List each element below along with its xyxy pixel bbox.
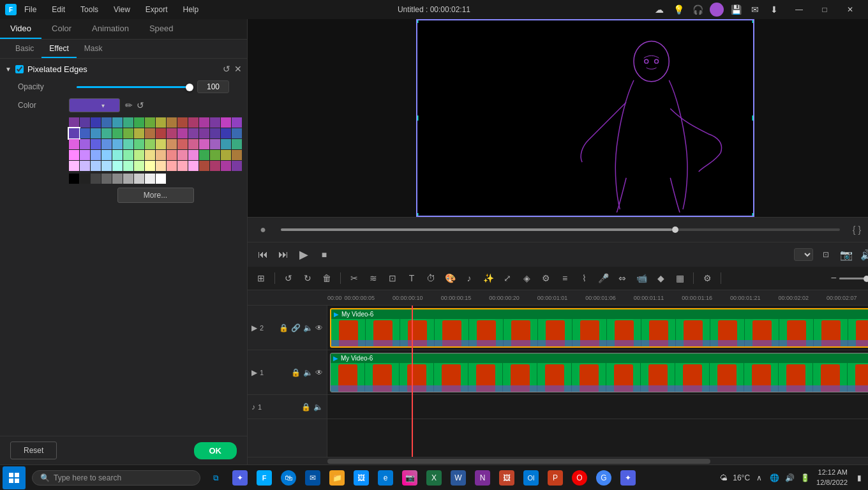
blend-icon[interactable]: ◈	[518, 270, 535, 286]
taskbar-app-copilot2[interactable]: ✦	[617, 466, 640, 489]
save-icon[interactable]: 💾	[729, 3, 743, 17]
crop-icon[interactable]: ⊡	[384, 270, 401, 286]
palette-cell[interactable]	[156, 128, 166, 138]
taskbar-app-onenote[interactable]: N	[471, 466, 494, 489]
palette-cell[interactable]	[221, 161, 231, 171]
palette-cell[interactable]	[210, 128, 220, 138]
palette-cell[interactable]	[123, 150, 133, 160]
gray-cell[interactable]	[156, 174, 166, 184]
track-link-icon[interactable]: 🔗	[291, 323, 301, 332]
palette-cell[interactable]	[112, 161, 123, 171]
menu-file[interactable]: File	[22, 4, 39, 15]
palette-cell[interactable]	[188, 139, 198, 149]
palette-cell[interactable]	[91, 117, 101, 128]
taskbar-app-store[interactable]: 🛍	[277, 466, 300, 489]
play-button[interactable]: ▶	[296, 247, 311, 262]
palette-cell[interactable]	[188, 117, 198, 128]
download-icon[interactable]: ⬇	[767, 3, 781, 17]
video-clip-v1[interactable]: ▶ My Video-6	[330, 353, 868, 392]
tab-video[interactable]: Video	[0, 19, 41, 39]
tab-basic[interactable]: Basic	[8, 40, 41, 58]
track-mute-icon[interactable]: 🔈	[313, 403, 323, 412]
palette-cell[interactable]	[101, 139, 112, 149]
track-lock-icon[interactable]: 🔒	[279, 323, 288, 332]
track-eye-icon[interactable]: 👁	[315, 323, 323, 332]
effect-icon[interactable]: ✨	[480, 270, 497, 286]
cloud-icon[interactable]: ☁	[652, 3, 666, 17]
start-button[interactable]	[3, 466, 26, 489]
palette-cell[interactable]	[167, 139, 177, 149]
palette-cell[interactable]	[221, 150, 231, 160]
palette-cell[interactable]	[145, 139, 155, 149]
palette-cell[interactable]	[232, 128, 242, 138]
opacity-value[interactable]	[197, 80, 229, 93]
tab-speed[interactable]: Speed	[139, 19, 184, 39]
menu-help[interactable]: Help	[181, 4, 202, 15]
gray-cell[interactable]	[69, 174, 79, 184]
search-box[interactable]: 🔍 Type here to search	[32, 470, 200, 486]
opacity-slider[interactable]	[77, 86, 190, 88]
menu-tools[interactable]: Tools	[78, 4, 101, 15]
taskbar-app-photo2[interactable]: 🖼	[495, 466, 518, 489]
tab-color[interactable]: Color	[41, 19, 82, 39]
volume-icon[interactable]: 🔊	[859, 247, 868, 262]
taskbar-app-explorer[interactable]: 📁	[326, 466, 348, 489]
snapshot-icon[interactable]: 📷	[839, 247, 854, 262]
taskbar-app-photos[interactable]: 🖼	[350, 466, 373, 489]
timer-icon[interactable]: ⏱	[423, 270, 439, 286]
palette-cell[interactable]	[167, 161, 177, 171]
gray-cell[interactable]	[91, 174, 101, 184]
palette-cell[interactable]	[134, 139, 144, 149]
light-icon[interactable]: 💡	[671, 3, 685, 17]
palette-cell[interactable]	[221, 117, 231, 128]
taskbar-app-filmora[interactable]: F	[253, 466, 276, 489]
palette-cell[interactable]	[101, 150, 112, 160]
palette-cell[interactable]	[221, 128, 231, 138]
palette-cell-selected[interactable]	[69, 128, 79, 138]
mail-icon[interactable]: ✉	[748, 3, 762, 17]
palette-cell[interactable]	[80, 117, 90, 128]
color-wheel-icon[interactable]: 🎨	[442, 270, 458, 286]
reset-button[interactable]: Reset	[10, 442, 57, 459]
taskbar-app-edge[interactable]: e	[374, 466, 397, 489]
gray-cell[interactable]	[80, 174, 90, 184]
palette-cell[interactable]	[188, 150, 198, 160]
palette-cell[interactable]	[232, 139, 242, 149]
palette-cell[interactable]	[167, 128, 177, 138]
palette-cell[interactable]	[177, 150, 188, 160]
ok-button[interactable]: OK	[194, 442, 237, 459]
palette-cell[interactable]	[80, 161, 90, 171]
scroll-thumb[interactable]	[327, 459, 710, 464]
taskbar-app-opera[interactable]: O	[568, 466, 591, 489]
palette-cell[interactable]	[134, 117, 144, 128]
audio-adj-icon[interactable]: ≡	[557, 270, 573, 286]
adjust-icon[interactable]: ⚙	[537, 270, 554, 286]
palette-cell[interactable]	[123, 128, 133, 138]
palette-cell[interactable]	[80, 139, 90, 149]
split-icon[interactable]: ⇔	[614, 270, 631, 286]
delete-icon[interactable]: 🗑	[318, 270, 335, 286]
palette-cell[interactable]	[69, 161, 79, 171]
palette-cell[interactable]	[91, 139, 101, 149]
palette-cell[interactable]	[91, 150, 101, 160]
palette-cell[interactable]	[188, 128, 198, 138]
palette-cell[interactable]	[177, 117, 188, 128]
gray-cell[interactable]	[134, 174, 144, 184]
palette-cell[interactable]	[167, 150, 177, 160]
palette-cell[interactable]	[101, 117, 112, 128]
taskbar-app-pp[interactable]: P	[544, 466, 567, 489]
palette-cell[interactable]	[199, 117, 209, 128]
tab-effect[interactable]: Effect	[41, 40, 76, 58]
menu-export[interactable]: Export	[143, 4, 170, 15]
taskbar-app-word[interactable]: W	[447, 466, 470, 489]
palette-cell[interactable]	[80, 150, 90, 160]
palette-cell[interactable]	[91, 128, 101, 138]
gray-cell[interactable]	[112, 174, 123, 184]
minimize-button[interactable]: —	[786, 0, 812, 19]
gray-cell[interactable]	[123, 174, 133, 184]
palette-cell[interactable]	[188, 161, 198, 171]
palette-cell[interactable]	[145, 161, 155, 171]
palette-cell[interactable]	[112, 117, 123, 128]
more-colors-button[interactable]: More...	[117, 188, 194, 203]
palette-cell[interactable]	[232, 117, 242, 128]
